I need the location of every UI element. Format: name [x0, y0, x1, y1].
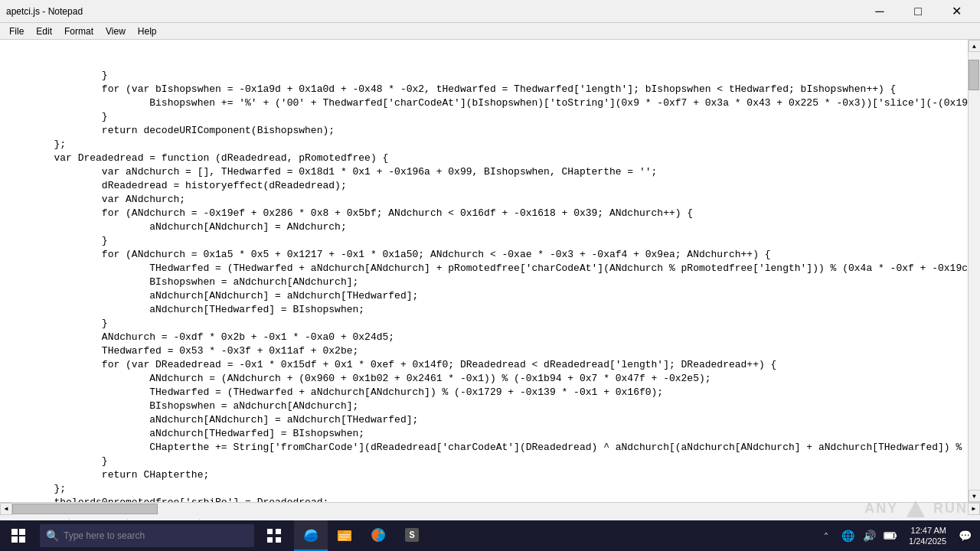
taskbar-app-edge[interactable]	[294, 520, 328, 551]
svg-rect-12	[339, 536, 350, 538]
editor-container: } for (var bIshopswhen = -0x1a9d + 0x1a0…	[0, 40, 980, 502]
svg-rect-18	[895, 534, 897, 537]
menu-help[interactable]: Help	[132, 24, 163, 38]
svg-rect-1	[19, 529, 25, 535]
battery-icon[interactable]	[881, 520, 900, 551]
chevron-up-tray-icon[interactable]: ⌃	[817, 520, 835, 551]
menu-format[interactable]: Format	[58, 24, 100, 38]
vertical-scrollbar[interactable]: ▲ ▼	[968, 40, 980, 502]
menu-bar: File Edit Format View Help	[0, 23, 980, 40]
svg-rect-7	[276, 537, 281, 543]
taskbar: 🔍	[0, 520, 980, 551]
svg-rect-4	[267, 529, 273, 534]
title-text: apetci.js - Notepad	[6, 6, 83, 17]
svg-rect-3	[19, 536, 25, 543]
scroll-thumb[interactable]	[969, 60, 979, 90]
search-icon: 🔍	[46, 530, 59, 543]
svg-rect-11	[339, 534, 350, 536]
h-scroll-thumb[interactable]	[12, 504, 158, 514]
svg-rect-0	[11, 529, 18, 535]
start-button[interactable]	[0, 520, 37, 551]
menu-view[interactable]: View	[100, 24, 132, 38]
title-bar: apetci.js - Notepad ─ □ ✕	[0, 0, 980, 23]
svg-rect-6	[267, 537, 273, 543]
svg-rect-13	[339, 539, 347, 540]
search-bar[interactable]: 🔍	[40, 524, 254, 547]
svg-rect-2	[11, 536, 18, 543]
taskbar-app-extra[interactable]: S	[395, 520, 429, 551]
menu-file[interactable]: File	[3, 24, 30, 38]
scroll-down-arrow[interactable]: ▼	[969, 490, 981, 502]
h-scroll-track[interactable]	[12, 503, 968, 515]
clock-time: 12:47 AM	[909, 525, 946, 536]
menu-edit[interactable]: Edit	[30, 24, 58, 38]
svg-rect-10	[338, 530, 344, 533]
search-input[interactable]	[64, 530, 248, 541]
taskbar-apps: S	[294, 520, 429, 551]
horizontal-scrollbar[interactable]: ◀ ▶	[0, 502, 980, 514]
taskbar-right: ⌃ 🌐 🔊 12:47 AM 1/24/2025 💬	[817, 520, 980, 551]
svg-rect-19	[885, 533, 893, 538]
taskbar-app-files[interactable]	[328, 520, 361, 551]
code-content: } for (var bIshopswhen = -0x1a9d + 0x1a0…	[6, 69, 962, 502]
code-area[interactable]: } for (var bIshopswhen = -0x1a9d + 0x1a0…	[0, 40, 968, 502]
minimize-button[interactable]: ─	[862, 0, 897, 23]
clock-date: 1/24/2025	[909, 536, 946, 546]
scroll-right-arrow[interactable]: ▶	[968, 503, 980, 515]
network-icon[interactable]: 🌐	[838, 520, 857, 551]
maximize-button[interactable]: □	[900, 0, 936, 23]
svg-text:S: S	[409, 530, 414, 541]
svg-rect-5	[276, 529, 281, 534]
windows-logo-icon	[11, 529, 25, 543]
scroll-up-arrow[interactable]: ▲	[969, 40, 981, 52]
task-view-button[interactable]	[260, 520, 288, 551]
close-button[interactable]: ✕	[939, 0, 974, 23]
taskbar-app-firefox[interactable]	[361, 520, 395, 551]
system-clock[interactable]: 12:47 AM 1/24/2025	[903, 525, 952, 547]
scroll-left-arrow[interactable]: ◀	[0, 503, 12, 515]
title-buttons: ─ □ ✕	[862, 0, 974, 23]
volume-icon[interactable]: 🔊	[860, 520, 878, 551]
notification-icon[interactable]: 💬	[956, 520, 974, 551]
